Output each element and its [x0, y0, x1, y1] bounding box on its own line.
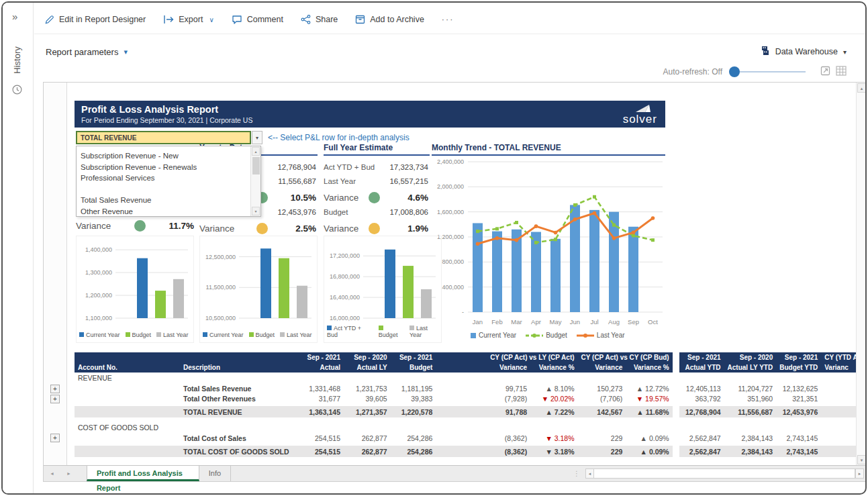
dropdown-option[interactable]: Other Revenue — [81, 206, 260, 217]
open-in-window-icon[interactable] — [820, 66, 830, 78]
svg-text:-: - — [462, 309, 464, 315]
auto-refresh-toggle[interactable] — [730, 71, 806, 72]
dropdown-scrollbar[interactable]: ▴ ▾ — [250, 146, 260, 216]
data-warehouse-selector[interactable]: Data Warehouse ▾ — [761, 46, 847, 58]
chevron-down-icon: ∨ — [209, 16, 213, 23]
more-options-button[interactable]: ··· — [442, 15, 454, 24]
table-cell: 1,220,578 — [391, 406, 436, 417]
svg-text:Sep: Sep — [628, 318, 639, 326]
expand-row-button[interactable]: + — [50, 385, 60, 393]
scroll-up-button[interactable]: ▴ — [857, 83, 866, 93]
kpi-value: 11,556,687 — [278, 175, 316, 189]
column-header: Sep - 2020 — [344, 352, 391, 362]
variance-value: 2.5% — [285, 224, 318, 234]
full-year-mini-chart: 17,200,00016,800,00016,400,00016,000,000… — [324, 236, 442, 343]
pl-table: Sep - 2021Sep - 2020Sep - 2021CY (CP Act… — [75, 352, 856, 462]
column-header — [436, 352, 487, 362]
horizontal-scrollbar[interactable] — [594, 468, 855, 479]
table-row[interactable]: Total Other Revenues31,67739,60539,383(7… — [75, 393, 856, 403]
dropdown-scroll-up[interactable]: ▴ — [252, 147, 260, 156]
table-cell: 178, — [821, 446, 856, 457]
table-row[interactable]: Total Cost of Sales254,515262,877254,286… — [75, 433, 856, 443]
report-sheet: Profit & Loss Analysis Report For Period… — [68, 83, 856, 465]
share-button[interactable]: Share — [301, 15, 338, 24]
auto-refresh-label: Auto-refresh: Off — [663, 67, 722, 77]
dropdown-option[interactable]: Total Sales Revenue — [81, 195, 260, 206]
kpi-current-period: Variance 11.7% — [76, 217, 195, 234]
hscroll-right-button[interactable]: ▸ — [855, 468, 864, 479]
next-sheet-arrow[interactable]: ► — [60, 471, 77, 476]
kpi-value: 12,768,904 — [277, 160, 316, 175]
svg-text:12,500,000: 12,500,000 — [205, 254, 236, 260]
solver-logo: solver — [610, 103, 657, 126]
legend-item: Budget — [526, 332, 567, 339]
comment-button[interactable]: Comment — [232, 15, 283, 24]
dropdown-scroll-thumb[interactable] — [252, 157, 260, 175]
table-cell: 262,877 — [344, 433, 391, 443]
svg-text:2,000,000: 2,000,000 — [437, 183, 464, 190]
table-cell: 1,181,195 — [391, 383, 436, 393]
table-row[interactable]: COST OF GOODS SOLD — [75, 422, 856, 433]
dropdown-scroll-down[interactable]: ▾ — [252, 207, 260, 215]
hscroll-left-button[interactable]: ◂ — [585, 468, 594, 479]
add-to-archive-button[interactable]: Add to Archive — [355, 15, 424, 24]
previous-sheet-arrow[interactable]: ◄ — [44, 471, 60, 476]
column-header: Actual — [293, 362, 344, 373]
tab-info[interactable]: Info — [199, 466, 231, 481]
column-header: Variance — [578, 362, 626, 373]
table-cell: (8,362) — [487, 433, 530, 443]
sidebar-collapse-button[interactable]: » — [12, 11, 17, 22]
table-cell: ▲ 0.09% — [626, 446, 672, 457]
column-header: Varianc — [821, 362, 856, 373]
scroll-down-button[interactable]: ▾ — [857, 455, 866, 464]
report-toolbar: Edit in Report Designer Export ∨ Comment… — [44, 9, 454, 30]
pl-row-selector-arrow[interactable]: ▾ — [252, 131, 262, 144]
table-cell: 2,743,145 — [776, 446, 821, 457]
table-cell: 1,331,468 — [293, 383, 344, 393]
pl-row-selector[interactable]: TOTAL REVENUE — [76, 131, 251, 144]
table-cell: 254,286 — [391, 433, 436, 443]
svg-text:Apr: Apr — [531, 318, 541, 326]
edit-in-report-designer-button[interactable]: Edit in Report Designer — [44, 15, 146, 25]
report-parameters-dropdown[interactable]: Report parameters ▾ — [46, 47, 128, 57]
variance-label: Variance — [324, 193, 358, 203]
column-header: Actual LY YTD — [724, 362, 777, 373]
column-header: Actual LY — [344, 362, 391, 373]
table-cell: 254,515 — [293, 433, 344, 443]
variance-row: Variance 11.7% — [76, 220, 195, 232]
expand-row-button[interactable]: + — [50, 434, 60, 442]
vertical-scrollbar[interactable]: ▴ ▾ — [856, 83, 867, 465]
archive-icon — [355, 15, 365, 24]
export-button[interactable]: Export ∨ — [163, 15, 213, 24]
history-sidebar: » History — [3, 3, 34, 493]
table-cell: 31,677 — [293, 393, 344, 403]
table-cell: 2,384,143 — [724, 433, 777, 443]
caret-down-icon: ▾ — [843, 48, 847, 56]
table-row[interactable]: TOTAL COST OF GOODS SOLD254,515262,87725… — [75, 446, 856, 457]
sidebar-item-history[interactable]: History — [12, 37, 22, 84]
column-header: Variance — [487, 362, 530, 373]
svg-text:16,800,000: 16,800,000 — [330, 273, 360, 280]
tab-profit-and-loss-analysis-report[interactable]: Profit and Loss Analysis Report — [87, 466, 199, 481]
expand-row-button[interactable]: + — [50, 395, 60, 403]
show-grid-icon[interactable] — [836, 66, 847, 78]
row-expand-gutter: + + + — [44, 83, 67, 465]
dropdown-option[interactable]: Professional Services — [81, 172, 260, 184]
splitter-handle[interactable]: ⋮ — [573, 470, 580, 477]
toolbar-divider — [34, 34, 865, 34]
table-row[interactable]: TOTAL REVENUE1,363,1451,271,3571,220,578… — [75, 406, 856, 417]
dropdown-option[interactable]: Subscription Revenue - Renewals — [81, 162, 260, 173]
dropdown-option[interactable] — [81, 184, 260, 195]
table-cell: 12,405,113 — [679, 383, 724, 393]
history-clock-icon[interactable] — [12, 85, 22, 97]
table-cell: 229 — [578, 433, 626, 443]
archive-label: Add to Archive — [370, 15, 424, 24]
svg-text:Mar: Mar — [511, 318, 522, 326]
table-cell: 351,960 — [724, 393, 777, 403]
export-label: Export — [179, 15, 203, 24]
toggle-knob[interactable] — [729, 66, 740, 77]
report-banner: Profit & Loss Analysis Report For Period… — [75, 101, 665, 128]
table-row[interactable]: REVENUE — [75, 373, 856, 383]
dropdown-option[interactable]: Subscription Revenue - New — [81, 150, 260, 162]
table-row[interactable]: Total Sales Revenue1,331,4681,231,7531,1… — [75, 383, 856, 393]
